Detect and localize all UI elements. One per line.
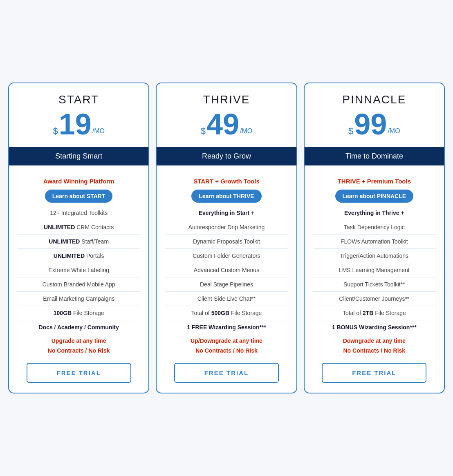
feature-item-pinnacle-0: Everything in Thrive + [313, 208, 436, 218]
no-contracts-pinnacle: No Contracts / No Risk [313, 346, 436, 357]
feature-item-pinnacle-4: LMS Learning Management [313, 265, 436, 275]
feature-item-thrive-2: Dynamic Proposals Toolkit [165, 236, 288, 247]
pricing-container: START$19/MOStarting SmartAward Winning P… [8, 83, 445, 393]
plan-name-thrive: THRIVE [163, 93, 289, 106]
plan-tagline-pinnacle: Time to Dominate [305, 147, 444, 165]
plan-category-thrive: START + Growth Tools [165, 178, 288, 185]
free-trial-btn-start[interactable]: FREE TRIAL [27, 363, 131, 383]
feature-item-thrive-5: Deal Stage Pipelines [165, 279, 288, 290]
price-mo-thrive: /MO [240, 127, 252, 135]
upgrade-note-thrive: Up/Downgrade at any time [165, 336, 288, 346]
plan-category-pinnacle: THRIVE + Premium Tools [313, 178, 436, 185]
feature-item-start-7: 100GB File Storage [17, 308, 140, 318]
price-dollar-thrive: $ [201, 126, 206, 136]
feature-item-pinnacle-6: Client/Customer Journeys** [313, 293, 436, 304]
feature-item-thrive-1: Autoresponder Drip Marketing [165, 222, 288, 232]
feature-item-start-0: 12+ Integrated Toolkits [17, 208, 140, 218]
feature-item-pinnacle-3: Trigger/Action Automations [313, 250, 436, 261]
feature-item-pinnacle-2: FLOWs Automation Toolkit [313, 236, 436, 247]
feature-item-thrive-4: Advanced Custom Menus [165, 265, 288, 275]
feature-item-pinnacle-7: Total of 2TB File Storage [313, 308, 436, 318]
price-amount-pinnacle: 99 [354, 110, 387, 139]
plan-category-start: Award Winning Platform [17, 178, 140, 185]
price-row-thrive: $49/MO [163, 110, 289, 139]
upgrade-note-start: Upgrade at any time [17, 336, 140, 346]
plan-header-start: START$19/MO [9, 83, 148, 147]
price-dollar-start: $ [53, 126, 58, 136]
feature-item-thrive-3: Custom Folder Generators [165, 250, 288, 261]
no-contracts-thrive: No Contracts / No Risk [165, 346, 288, 357]
plan-header-thrive: THRIVE$49/MO [157, 83, 296, 147]
feature-item-pinnacle-5: Support Tickets Toolkit** [313, 279, 436, 290]
no-contracts-start: No Contracts / No Risk [17, 346, 140, 357]
price-dollar-pinnacle: $ [348, 126, 353, 136]
feature-item-start-5: Custom Branded Mobile App [17, 279, 140, 290]
plan-card-start: START$19/MOStarting SmartAward Winning P… [8, 83, 149, 393]
upgrade-note-pinnacle: Downgrade at any time [313, 336, 436, 346]
price-row-start: $19/MO [16, 110, 142, 139]
price-mo-pinnacle: /MO [388, 127, 400, 135]
feature-item-start-1: UNLIMITED CRM Contacts [17, 222, 140, 232]
learn-btn-start[interactable]: Learn about START [45, 190, 113, 203]
plan-name-start: START [16, 93, 142, 106]
feature-item-pinnacle-1: Task Dependency Logic [313, 222, 436, 232]
feature-item-thrive-7: Total of 500GB File Storage [165, 308, 288, 318]
plan-body-start: Award Winning PlatformLearn about START1… [9, 165, 148, 393]
price-amount-thrive: 49 [206, 110, 239, 139]
feature-item-start-4: Extreme White Labeling [17, 265, 140, 275]
free-trial-btn-thrive[interactable]: FREE TRIAL [174, 363, 279, 383]
feature-item-thrive-0: Everything in Start + [165, 208, 288, 218]
feature-item-thrive-6: Client-Side Live Chat** [165, 293, 288, 304]
feature-item-start-3: UNLIMITED Portals [17, 250, 140, 261]
plan-header-pinnacle: PINNACLE$99/MO [305, 83, 444, 147]
plan-name-pinnacle: PINNACLE [311, 93, 437, 106]
price-mo-start: /MO [92, 127, 105, 135]
plan-tagline-thrive: Ready to Grow [157, 147, 296, 165]
feature-item-start-8: Docs / Academy / Community [17, 322, 140, 333]
plan-tagline-start: Starting Smart [9, 147, 148, 165]
learn-btn-thrive[interactable]: Learn about THRIVE [191, 190, 261, 203]
feature-item-thrive-8: 1 FREE Wizarding Session*** [165, 322, 288, 333]
feature-item-start-2: UNLIMITED Staff/Team [17, 236, 140, 247]
feature-item-start-6: Email Marketing Campaigns [17, 293, 140, 304]
learn-btn-pinnacle[interactable]: Learn about PINNACLE [335, 190, 414, 203]
price-row-pinnacle: $99/MO [311, 110, 437, 139]
feature-item-pinnacle-8: 1 BONUS Wizarding Session*** [313, 322, 436, 333]
price-amount-start: 19 [59, 110, 92, 139]
plan-body-pinnacle: THRIVE + Premium ToolsLearn about PINNAC… [305, 165, 444, 393]
plan-card-pinnacle: PINNACLE$99/MOTime to DominateTHRIVE + P… [304, 83, 445, 393]
plan-body-thrive: START + Growth ToolsLearn about THRIVEEv… [157, 165, 296, 393]
plan-card-thrive: THRIVE$49/MOReady to GrowSTART + Growth … [156, 83, 297, 393]
free-trial-btn-pinnacle[interactable]: FREE TRIAL [322, 363, 426, 383]
